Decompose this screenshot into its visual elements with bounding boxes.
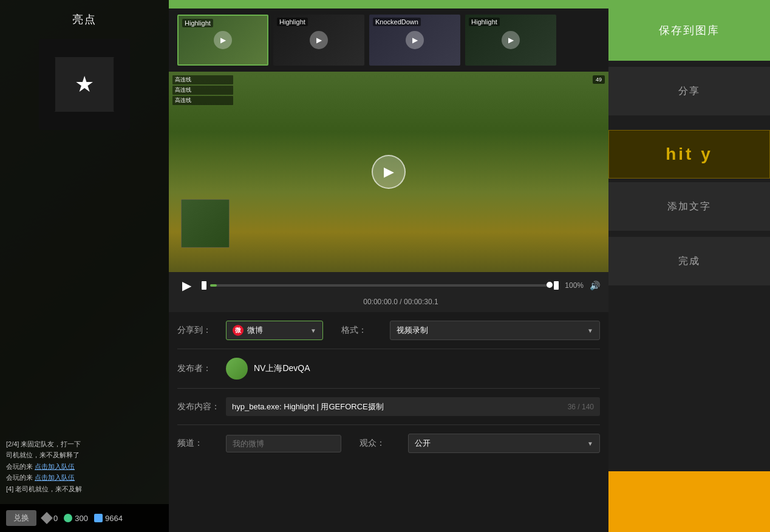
audience-value: 公开 <box>415 438 431 449</box>
thumbnail-2[interactable]: Highlight ▶ <box>273 15 364 66</box>
trim-start-handle[interactable] <box>202 281 206 290</box>
format-chevron-icon: ▼ <box>587 327 593 334</box>
audience-label: 观众： <box>359 438 402 449</box>
video-play-button[interactable]: ▶ <box>372 155 406 189</box>
stat3-value: 9664 <box>105 514 123 523</box>
separator-3 <box>177 425 600 425</box>
char-count: 36 / 140 <box>568 403 594 411</box>
thumb-label-3: KnockedDown <box>373 18 421 26</box>
volume-percent: 100% <box>565 281 584 290</box>
video-player: 高连线 高连线 高连线 49 ▶ <box>169 72 608 272</box>
thumb-play-3[interactable]: ▶ <box>406 31 424 49</box>
share-label: 分享到： <box>177 325 220 336</box>
publisher-row: 发布者： NV上海DevQA <box>177 358 600 380</box>
star-icon: ★ <box>75 72 94 97</box>
publisher-avatar <box>226 358 248 380</box>
form-area: 分享到： 微 微博 ▼ 格式： 视频录制 ▼ 发布者： NV上海DevQA 发布… <box>169 312 608 462</box>
share-platform-text: 微博 <box>247 325 263 336</box>
time-total: 00:00:30.1 <box>404 298 438 306</box>
thumb-play-1[interactable]: ▶ <box>214 31 232 49</box>
stat2-value: 300 <box>75 514 88 523</box>
channel-row: 频道： 观众： 公开 ▼ <box>177 434 600 453</box>
thumb-label-4: Highlight <box>469 18 500 26</box>
main-panel: Highlight ▶ Highlight ▶ KnockedDown ▶ Hi… <box>169 0 608 532</box>
sidebar: 亮点 ★ [2/4] 来固定队友，打一下 司机就位，来不及解释了 会玩的来 点击… <box>0 0 169 532</box>
thumbnail-1[interactable]: Highlight ▶ <box>177 15 268 66</box>
time-display: 00:00:00.0 / 00:00:30.1 <box>202 298 600 306</box>
top-bar <box>169 0 608 9</box>
minimap <box>181 199 230 248</box>
chat-link-1[interactable]: 点击加入队伍 <box>35 463 75 470</box>
hit-y-box: hit y <box>608 130 770 179</box>
highlight-icon-box: ★ <box>39 39 130 130</box>
content-label: 发布内容： <box>177 401 220 412</box>
save-to-library-button[interactable]: 保存到图库 <box>608 0 770 61</box>
exchange-button[interactable]: 兑换 <box>6 510 36 526</box>
audience-select[interactable]: 公开 ▼ <box>408 434 600 453</box>
green-circle-icon <box>64 514 72 522</box>
weibo-icon: 微 <box>233 325 244 336</box>
bottom-bar: 兑换 0 300 9664 <box>0 504 169 532</box>
diamond-icon <box>41 512 53 524</box>
share-button[interactable]: 分享 <box>608 67 770 115</box>
chat-line-2: 司机就位，来不及解释了 <box>6 451 163 460</box>
bottom-stat-3: 9664 <box>94 514 123 523</box>
format-select[interactable]: 视频录制 ▼ <box>390 321 600 340</box>
thumb-label-1: Highlight <box>182 19 213 27</box>
volume-icon[interactable]: 🔊 <box>590 281 600 290</box>
right-panel: 保存到图库 分享 hit y 添加文字 完成 <box>608 0 770 532</box>
progress-fill <box>210 284 217 287</box>
chat-line-5: [4] 老司机就位，来不及解 <box>6 485 163 494</box>
progress-handle[interactable] <box>547 282 553 288</box>
channel-input[interactable] <box>226 435 341 452</box>
add-text-button[interactable]: 添加文字 <box>608 182 770 231</box>
right-panel-bottom-accent <box>608 471 770 532</box>
share-chevron-icon: ▼ <box>310 327 316 334</box>
share-platform-select[interactable]: 微 微博 ▼ <box>226 321 323 340</box>
channel-label: 频道： <box>177 438 220 449</box>
hit-y-text: hit y <box>666 145 713 164</box>
format-value: 视频录制 <box>397 325 428 336</box>
play-pause-button[interactable]: ▶ <box>177 278 196 293</box>
chat-overlay: [2/4] 来固定队友，打一下 司机就位，来不及解释了 会玩的来 点击加入队伍 … <box>0 434 169 502</box>
content-row: 发布内容： 36 / 140 <box>177 397 600 416</box>
progress-container[interactable] <box>202 281 559 290</box>
publisher-label: 发布者： <box>177 363 220 374</box>
bottom-stat-2: 300 <box>64 514 88 523</box>
content-input-wrapper[interactable]: 36 / 140 <box>226 397 600 416</box>
thumbnail-4[interactable]: Highlight ▶ <box>465 15 556 66</box>
separator-1 <box>177 349 600 349</box>
audience-chevron-icon: ▼ <box>587 440 593 447</box>
film-strip-icon: ★ <box>48 57 121 112</box>
done-button[interactable]: 完成 <box>608 237 770 285</box>
player-controls: ▶ 100% 🔊 00:00:00.0 / 00:00:30.1 <box>169 272 608 312</box>
bottom-stat-1: 0 <box>43 514 58 523</box>
minimap-bg <box>182 200 229 247</box>
controls-row-1: ▶ 100% 🔊 <box>177 278 600 293</box>
time-separator: / <box>400 298 404 306</box>
content-input[interactable] <box>232 402 563 411</box>
stat1-value: 0 <box>53 514 58 523</box>
separator-2 <box>177 388 600 389</box>
thumb-play-2[interactable]: ▶ <box>310 31 328 49</box>
time-current: 00:00:00.0 <box>363 298 398 306</box>
format-label: 格式： <box>341 325 384 336</box>
chat-link-2[interactable]: 点击加入队伍 <box>35 474 75 481</box>
controls-row-2: 00:00:00.0 / 00:00:30.1 <box>177 298 600 306</box>
thumbnail-3[interactable]: KnockedDown ▶ <box>369 15 460 66</box>
thumb-play-4[interactable]: ▶ <box>502 31 520 49</box>
thumb-label-2: Highlight <box>277 18 308 26</box>
share-row: 分享到： 微 微博 ▼ 格式： 视频录制 ▼ <box>177 321 600 340</box>
trim-end-handle[interactable] <box>554 281 559 290</box>
chat-line-3: 会玩的来 点击加入队伍 <box>6 462 163 471</box>
sidebar-title: 亮点 <box>72 12 97 27</box>
publisher-name: NV上海DevQA <box>254 363 310 374</box>
chat-line-1: [2/4] 来固定队友，打一下 <box>6 440 163 449</box>
shield-icon <box>94 514 103 522</box>
thumbnails-strip: Highlight ▶ Highlight ▶ KnockedDown ▶ Hi… <box>169 9 608 72</box>
chat-line-4: 会玩的来 点击加入队伍 <box>6 473 163 482</box>
progress-bar[interactable] <box>210 284 550 287</box>
